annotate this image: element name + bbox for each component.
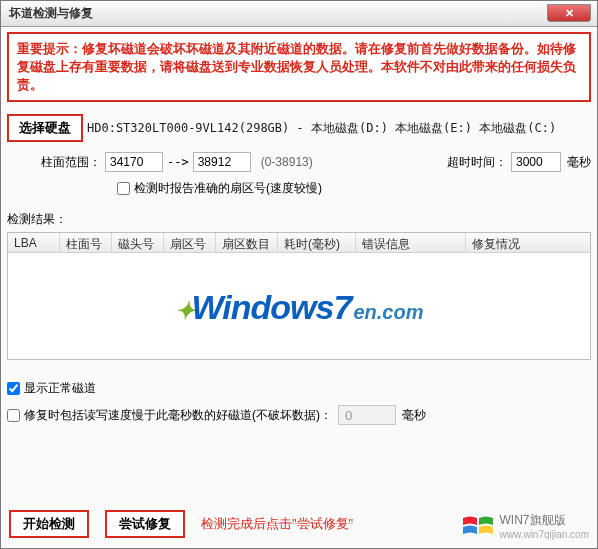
results-table: LBA 柱面号 磁头号 扇区号 扇区数目 耗时(毫秒) 错误信息 修复情况 ✦ … xyxy=(7,232,591,360)
titlebar[interactable]: 坏道检测与修复 ✕ xyxy=(1,1,597,27)
range-row: 柱面范围： --> (0-38913) 超时时间： 毫秒 xyxy=(7,152,591,172)
col-time[interactable]: 耗时(毫秒) xyxy=(278,233,356,252)
timeout-input[interactable] xyxy=(511,152,561,172)
window-controls: ✕ xyxy=(547,5,591,22)
col-cnt[interactable]: 扇区数目 xyxy=(216,233,278,252)
footer-hint: 检测完成后点击"尝试修复" xyxy=(201,515,353,533)
content-area: 重要提示：修复坏磁道会破坏坏磁道及其附近磁道的数据。请在修复前首先做好数据备份。… xyxy=(1,27,597,548)
accurate-label: 检测时报告准确的扇区号(速度较慢) xyxy=(134,180,322,197)
logo-main: Windows7 xyxy=(192,288,352,327)
col-sec[interactable]: 扇区号 xyxy=(164,233,216,252)
disk-string: HD0:ST320LT000-9VL142(298GB) - 本地磁盘(D:) … xyxy=(87,120,556,137)
logo-suffix: en.com xyxy=(353,301,423,324)
timeout-unit: 毫秒 xyxy=(567,154,591,171)
timeout-label: 超时时间： xyxy=(447,154,507,171)
range-label: 柱面范围： xyxy=(41,154,101,171)
show-normal-row: 显示正常磁道 xyxy=(7,380,591,397)
range-total: (0-38913) xyxy=(261,155,313,169)
range-from-input[interactable] xyxy=(105,152,163,172)
col-cyl[interactable]: 柱面号 xyxy=(60,233,112,252)
watermark-logo: ✦ Windows7 en.com xyxy=(175,288,424,327)
start-scan-button[interactable]: 开始检测 xyxy=(9,510,89,538)
accurate-row: 检测时报告准确的扇区号(速度较慢) xyxy=(7,180,591,197)
slow-checkbox[interactable] xyxy=(7,409,20,422)
disk-row: 选择硬盘 HD0:ST320LT000-9VL142(298GB) - 本地磁盘… xyxy=(7,114,591,142)
slow-value-input xyxy=(338,405,396,425)
col-fix[interactable]: 修复情况 xyxy=(466,233,590,252)
results-label: 检测结果： xyxy=(7,211,591,228)
col-lba[interactable]: LBA xyxy=(8,233,60,252)
brand-text: WIN7旗舰版 xyxy=(500,512,589,529)
brand-area: WIN7旗舰版 www.win7qijian.com xyxy=(462,512,589,540)
warning-box: 重要提示：修复坏磁道会破坏坏磁道及其附近磁道的数据。请在修复前首先做好数据备份。… xyxy=(7,32,591,102)
windows-flag-icon xyxy=(462,514,494,538)
accurate-checkbox[interactable] xyxy=(117,182,130,195)
close-icon[interactable]: ✕ xyxy=(547,4,591,22)
arrow-label: --> xyxy=(167,155,189,169)
brand-url: www.win7qijian.com xyxy=(500,529,589,540)
dialog-window: 坏道检测与修复 ✕ 重要提示：修复坏磁道会破坏坏磁道及其附近磁道的数据。请在修复… xyxy=(0,0,598,549)
range-to-input[interactable] xyxy=(193,152,251,172)
brand-text-wrap: WIN7旗舰版 www.win7qijian.com xyxy=(500,512,589,540)
table-header: LBA 柱面号 磁头号 扇区号 扇区数目 耗时(毫秒) 错误信息 修复情况 xyxy=(8,233,590,253)
slow-unit: 毫秒 xyxy=(402,407,426,424)
table-body: ✦ Windows7 en.com xyxy=(8,253,590,360)
col-err[interactable]: 错误信息 xyxy=(356,233,466,252)
slow-row: 修复时包括读写速度慢于此毫秒数的好磁道(不破坏数据)： 毫秒 xyxy=(7,405,591,425)
select-disk-button[interactable]: 选择硬盘 xyxy=(7,114,83,142)
show-normal-checkbox[interactable] xyxy=(7,382,20,395)
slow-label: 修复时包括读写速度慢于此毫秒数的好磁道(不破坏数据)： xyxy=(24,407,332,424)
try-repair-button[interactable]: 尝试修复 xyxy=(105,510,185,538)
col-head[interactable]: 磁头号 xyxy=(112,233,164,252)
show-normal-label: 显示正常磁道 xyxy=(24,380,96,397)
window-title: 坏道检测与修复 xyxy=(9,5,547,22)
